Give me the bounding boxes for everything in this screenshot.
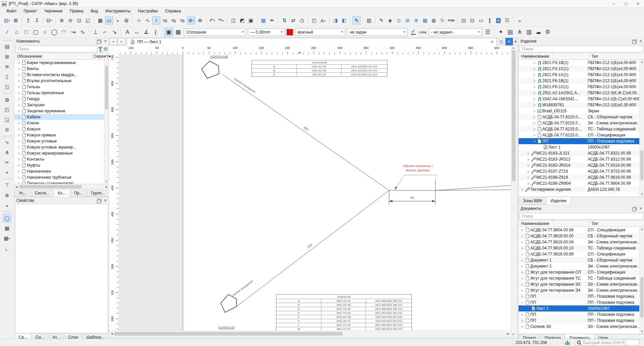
bring-to-front-button[interactable]: ◨ <box>331 16 339 24</box>
document-row[interactable]: >Жгут для тестирования Э3Э3 - Схема элек… <box>519 281 644 287</box>
table-style-button[interactable]: ▦ <box>259 16 267 24</box>
document-row[interactable]: >Документ 2Э4 - Схема электрическая... <box>519 263 644 269</box>
expand-chevron-icon[interactable]: > <box>16 181 21 184</box>
document-row[interactable]: >АСДБ.04.77.9819.00.04Э4 - Схема электри… <box>519 239 644 245</box>
scrollbar-thumb[interactable] <box>640 277 643 318</box>
expand-chevron-icon[interactable]: > <box>532 91 537 95</box>
expand-chevron-icon[interactable]: > <box>532 78 537 83</box>
draw-rounded-rect-button[interactable]: ▢ <box>31 28 40 37</box>
document-row[interactable]: >Документ 1СБ - Сборочный чертеж <box>519 257 644 263</box>
document-row[interactable]: >АСДБ.04.77.9819.00.99СП - Спецификация <box>519 251 644 257</box>
show-signal-button[interactable]: ∿ <box>144 16 152 24</box>
product-row[interactable]: >2911.A2-1A/2911.A...ПБПФл-212-3(К,Ж,С)x… <box>519 90 644 96</box>
expand-chevron-icon[interactable]: > <box>526 181 531 185</box>
product-row[interactable]: >2821.F6-1A(1)ПБПФл-212-1(Б)x4,00-600 <box>519 72 644 78</box>
scroll-up-icon[interactable]: ▲ <box>640 228 644 231</box>
product-row[interactable]: >ПППП - Плазовая подложка <box>519 138 644 144</box>
components-search-input[interactable] <box>15 46 97 52</box>
expand-chevron-icon[interactable]: > <box>520 324 525 329</box>
scroll-left-icon[interactable]: ◀ <box>14 185 19 188</box>
component-group-row[interactable]: >Контакты <box>14 156 109 162</box>
dropdown-arrow-icon[interactable]: ▾ <box>51 19 52 22</box>
expand-chevron-icon[interactable]: > <box>532 103 537 107</box>
expand-chevron-icon[interactable]: > <box>532 133 537 137</box>
components-tab-3[interactable]: Ко... <box>53 189 70 197</box>
settings-gear-icon[interactable]: ⚙ <box>103 46 108 52</box>
product-row[interactable]: >W16835761ПБПФл-212-1(Б)x0,35-600 <box>519 102 644 108</box>
component-group-row[interactable]: >Кабели <box>14 114 109 120</box>
canvas-hscrollbar[interactable]: ◀ ▶ <box>109 331 511 337</box>
current-color-swatch[interactable] <box>286 29 293 36</box>
component-group-row[interactable]: >Кожухи прямые <box>14 132 109 138</box>
dropdown-arrow-icon[interactable]: ▾ <box>214 19 215 22</box>
document-row[interactable]: >ПППП - Плазовая подложка <box>519 299 644 305</box>
scrollbar-thumb[interactable] <box>640 150 643 180</box>
chevron-down-icon[interactable]: ▼ <box>491 40 494 44</box>
canvas-vscrollbar[interactable]: ▲ ▼ <box>511 46 517 337</box>
close-document-button[interactable]: ⊠ <box>12 16 20 24</box>
control-flag[interactable] <box>202 61 219 78</box>
notes-button[interactable]: ▥ <box>365 16 373 24</box>
harness-line[interactable] <box>435 190 511 190</box>
draw-arc-button[interactable]: ◠ <box>59 28 68 37</box>
expand-chevron-icon[interactable]: > <box>16 121 21 125</box>
column-name[interactable]: Наименование <box>519 54 589 59</box>
product-row[interactable]: >2821.F3-1B(1)ПБПФл-212-1(Б)x4,00-600 <box>519 60 644 66</box>
documents-column-header[interactable]: Наименование ⌃ Тип <box>519 220 644 227</box>
document-row[interactable]: >АСДБ.04.77.9819.00.10ТС - Таблица соеди… <box>519 245 644 251</box>
expand-chevron-icon[interactable]: > <box>520 288 525 292</box>
expand-chevron-icon[interactable]: > <box>16 91 21 95</box>
dropdown-arrow-icon[interactable]: ▾ <box>223 19 224 22</box>
drawing-label[interactable]: Обрати внимание ! <box>403 164 433 168</box>
float-panel-icon[interactable] <box>98 199 101 202</box>
new-sheet-button[interactable]: ▤ <box>3 43 11 51</box>
select-contour-button[interactable]: ▣ <box>164 28 173 37</box>
expand-chevron-icon[interactable]: > <box>533 139 536 143</box>
product-row[interactable]: >МС21-9183-JR314АСДБ.04.77.8314.00.99 <box>519 162 644 168</box>
expand-chevron-icon[interactable]: > <box>520 187 525 191</box>
expand-chevron-icon[interactable]: > <box>532 127 537 131</box>
scrollbar-thumb[interactable] <box>512 50 516 181</box>
insert-table-button[interactable]: ▦ <box>174 28 182 37</box>
draw-circle-button[interactable]: ◯ <box>50 28 59 37</box>
draw-line-button[interactable]: ∕ <box>3 28 12 37</box>
column-designation[interactable]: Обозначение <box>14 54 92 59</box>
flip-vertical-button[interactable]: ⇅ <box>280 16 288 24</box>
drawing-label[interactable]: линия контроля <box>231 279 254 297</box>
expand-chevron-icon[interactable]: > <box>520 294 525 298</box>
component-group-row[interactable]: >Кожухи <box>14 126 109 132</box>
harness-line[interactable] <box>435 185 511 190</box>
add-area-button[interactable]: ◲ <box>3 116 11 124</box>
expand-chevron-icon[interactable]: > <box>532 97 537 101</box>
expand-chevron-icon[interactable]: > <box>520 282 525 286</box>
component-group-row[interactable]: >Наконечники трубчатые <box>14 174 109 180</box>
expand-chevron-icon[interactable]: > <box>532 66 537 71</box>
percent-info-button[interactable]: % <box>161 16 169 24</box>
add-probe-button[interactable]: ⊹ <box>135 16 143 24</box>
document-row[interactable]: >АСДБ.04.77.9804.00.99СП - Спецификация <box>519 227 644 233</box>
zoom-window-button[interactable]: ⊡ <box>75 16 83 24</box>
zoom-in-button[interactable]: ⊕ <box>58 16 66 24</box>
expand-chevron-icon[interactable]: > <box>532 72 537 77</box>
products-tab-1[interactable]: Зоны ВВФ <box>519 197 546 205</box>
layout-view-button[interactable]: ▭ <box>477 16 485 24</box>
probe-point-button[interactable]: ⌖ <box>3 169 11 177</box>
grid-settings-button[interactable]: ▦▾ <box>3 234 11 242</box>
dimension-angle-button[interactable]: ∡ <box>142 28 151 37</box>
close-panel-icon[interactable]: × <box>639 207 642 210</box>
document-row[interactable]: >ПППП - Плазовая подложка <box>519 293 644 299</box>
expand-chevron-icon[interactable]: > <box>526 151 531 155</box>
expand-chevron-icon[interactable]: > <box>526 175 531 179</box>
component-group-row[interactable]: >Защелки пружинные <box>14 108 109 114</box>
component-group-row[interactable]: >Вставки-контакты квадра... <box>14 72 109 78</box>
new-document-button[interactable]: ▤▾ <box>3 16 11 24</box>
products-column-header[interactable]: Наименование ⌃ Тип <box>519 53 644 60</box>
document-row[interactable]: >Жгут для тестирования Э4Э4 - Схема элек… <box>519 287 644 293</box>
copy-with-base-button[interactable]: ◩ <box>238 16 246 24</box>
zone-list-button[interactable]: ☰ <box>483 28 492 37</box>
menu-Настройки[interactable]: Настройки <box>134 8 161 14</box>
drawing-label[interactable]: 9100XG1B <box>218 326 234 329</box>
format-painter-button[interactable]: ✒ <box>268 16 276 24</box>
zoom-fit-button[interactable]: ◱ <box>84 16 92 24</box>
dropdown-arrow-icon[interactable]: ▾ <box>193 19 194 22</box>
